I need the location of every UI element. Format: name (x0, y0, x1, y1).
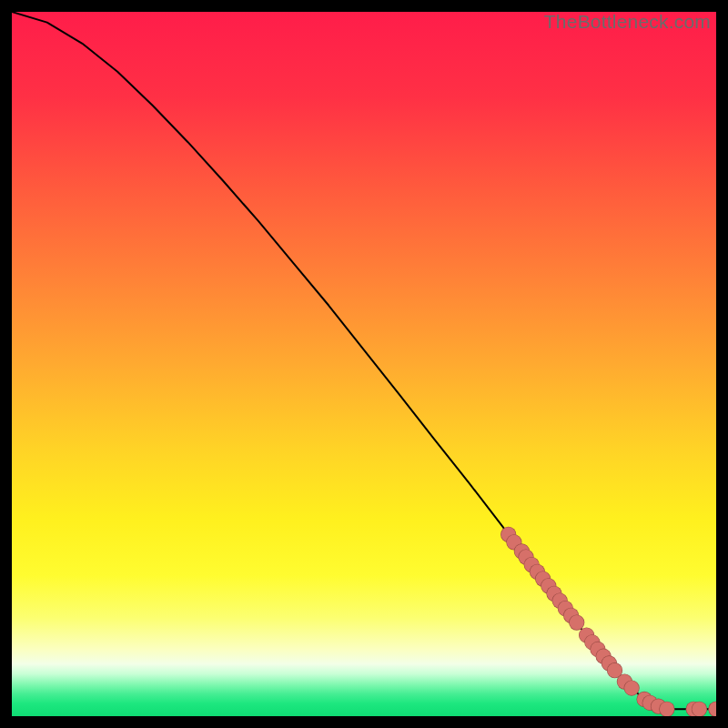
chart-plot-area: TheBottleneck.com (12, 12, 716, 716)
chart-marker (624, 681, 639, 695)
chart-marker (570, 615, 584, 630)
watermark-text: TheBottleneck.com (544, 11, 711, 33)
chart-marker-group (500, 527, 716, 716)
chart-marker (692, 702, 706, 716)
chart-marker (660, 702, 674, 716)
chart-svg-layer (12, 12, 716, 716)
chart-line-curve (12, 12, 716, 709)
chart-marker (709, 702, 716, 716)
